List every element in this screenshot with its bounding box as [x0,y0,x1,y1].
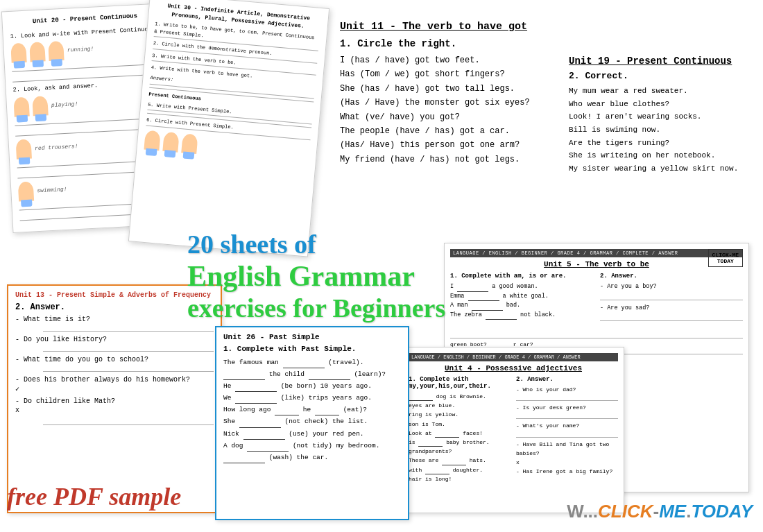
card-u26-section: 1. Complete with Past Simple. [223,345,401,353]
w-prefix: W [567,501,583,522]
card3-lines: I (has / have) got two feet. Has (Tom / … [340,53,555,166]
card-u13-title: Unit 13 - Present Simple & Adverbs of Fr… [15,291,214,299]
card-u13-section: 2. Answer. [15,302,214,312]
click-me-today-watermark[interactable]: W...CLICK-ME.TODAY [567,501,753,522]
u4-c2-x: x [516,458,618,467]
card-u4-title: Unit 4 - Possessive adjectives [409,364,618,372]
card-u26-l5: How long ago he (eat)? [223,404,401,415]
card3-line5: What (ve/ have) you got? [340,110,555,124]
click-text: CLICK [598,501,653,522]
card4-line3: Look! I aren't wearing socks. [569,110,749,123]
card-u4-col1-title: 1. Complete with my,your,his,our,their. [409,376,511,390]
card-u26-l9: (wash) the car. [223,452,401,463]
u4-l5: Look at faces! [409,429,511,438]
u4-c2-l5: - Has Irene got a big family? [516,467,618,476]
u4-c2-blank3 [516,431,618,438]
card4-line5: Are the tigers runing? [569,137,749,150]
u4-c2-blank1 [516,394,618,401]
u4-c2-l4: - Have Bill and Tina got two babies? [516,440,618,458]
card-u5-col1-lines: I a good woman. Emma a white goal. A man… [450,282,593,320]
free-pdf-label: free PDF sample [7,482,181,511]
u4-l7: grandparents? [409,447,511,456]
card-u5-col2-title: 2. Answer. [600,273,743,280]
figure-icon-2 [29,42,45,62]
card3-line3: She (has / have) got two tall legs. [340,82,555,96]
card-u5-col1-title: 1. Complete with am, is or are. [450,273,593,280]
u4-l2: eyes are blue. [409,401,511,410]
card-u26-l2: the child (learn)? [223,368,401,380]
card-unit19: Unit 19 - Present Continuous 2. Correct.… [569,55,749,175]
card3-line7: (Has/ Have) this person got one arm? [340,138,555,152]
card-u5-c2-l3: - Are you sad? [600,304,743,314]
card-unit26: Unit 26 - Past Simple 1. Complete with P… [215,326,409,520]
card-u26-l3: He (be born) 10 years ago. [223,380,401,392]
figure-icon-5 [32,96,48,116]
u4-c2-blank2 [516,412,618,419]
card-u5-col2: 2. Answer. - Are you a boy? - Are you sa… [600,273,743,325]
card2-figure2 [162,131,179,152]
card-u26-l1: The famous man (travel). [223,357,401,368]
card-u13-q3: - What time do you go to school? [15,356,214,363]
card2-figure3 [181,133,198,154]
card3-line6: The people (have / has) got a car. [340,124,555,138]
card-u5-l4: The zebra not black. [450,311,593,320]
card3-line4: (Has / Have) the monster got six eyes? [340,96,555,110]
card3-line2: Has (Tom / we) got short fingers? [340,67,555,81]
card-u26-lines: The famous man (travel). the child (lear… [223,357,401,463]
u4-c2-l1: - Who is your dad? [516,385,618,394]
card-u5-extra-line1 [450,332,743,338]
figure-icon-3 [48,41,64,61]
card-u13-q1: - What time is it? [15,316,214,323]
b4 [486,319,517,320]
card-u5-stamp: CLICK-METODAY [708,249,743,267]
card4-line7: My sister wearing a yellow skirt now. [569,162,749,175]
card-u5-col1: 1. Complete with am, is or are. I a good… [450,273,593,325]
card4-line4: Bill is swiming now. [569,123,749,137]
card-u5-c2-l4 [600,313,743,321]
card-unit4: LANGUAGE / ENGLISH / BEGINNER / GRADE 4 … [402,347,624,513]
u4-l8: These are hats. [409,456,511,465]
card-u26-l8: A dog (not tidy) my bedroom. [223,440,401,452]
card3-title: Unit 11 - The verb to have got [340,21,555,33]
card-u5-title: Unit 5 - The verb to be [450,260,743,268]
card-u4-col1-lines: dog is Brownie. eyes are blue. ring is y… [409,392,511,483]
u4-l3: ring is yellow. [409,410,511,419]
card-u13-answer3 [43,365,214,372]
card-u13-check1: ✓ [15,385,214,393]
u4-c2-l2: - Is your desk green? [516,403,618,412]
headline-line1: 20 sheets of [187,229,445,259]
card-u26-l6: She (not check) the list. [223,415,401,427]
card-u5-l2: Emma a white goal. [450,292,593,302]
card3-line1: I (has / have) got two feet. [340,53,555,67]
card-u4-header: LANGUAGE / ENGLISH / BEGINNER / GRADE 4 … [409,353,618,361]
card2-figure1 [144,130,160,151]
figure-icon-1 [10,43,26,63]
card-u4-col2-title: 2. Answer. [516,376,618,383]
card1-label-swimming: swimming! [37,185,67,195]
card-u5-l1: I a good woman. [450,282,593,292]
me-text: ME [659,501,686,522]
card4-line1: My mum wear a red sweater. [569,85,749,98]
headline-line2: English Grammar [187,259,445,293]
card-u5-c2-l2 [600,292,743,300]
card-u13-check2: x [15,406,214,414]
card1-label-trousers: red trousers! [35,142,78,153]
figure-icon-7 [18,181,34,201]
figure-icon-6 [16,139,32,160]
card4-line6: She is writeing on her notebook. [569,149,749,162]
u4-l10: hair is long! [409,474,511,483]
card-u13-q5: - Do children like Math? [15,397,214,405]
card-u13-answer2 [43,345,214,352]
card-u4-cols: 1. Complete with my,your,his,our,their. … [409,376,618,483]
card-u4-col2: 2. Answer. - Who is your dad? - Is your … [516,376,618,483]
card-unit11: Unit 11 - The verb to have got 1. Circle… [340,21,555,166]
card-u13-q4: - Does his brother always do his homewor… [15,376,214,384]
u4-l6: is baby brother. [409,438,511,447]
card-u13-answer1 [43,325,214,332]
card-u5-cols: 1. Complete with am, is or are. I a good… [450,273,743,325]
card-u4-col2-lines: - Who is your dad? - Is your desk green?… [516,385,618,476]
card4-line2: Who wear blue clothes? [569,98,749,111]
card4-lines: My mum wear a red sweater. Who wear blue… [569,85,749,175]
card-u5-l3: A man bad. [450,301,593,311]
u4-c2-l3: - What's your name? [516,421,618,430]
